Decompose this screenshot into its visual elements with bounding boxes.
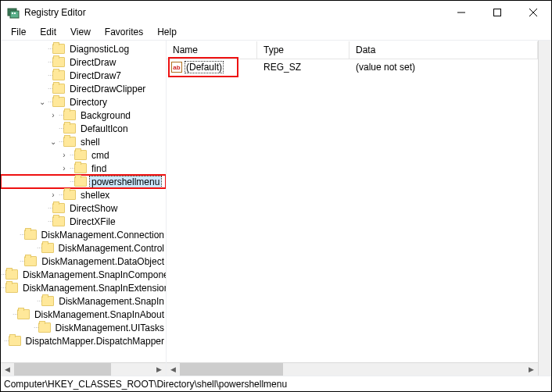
column-name[interactable]: Name	[167, 41, 257, 59]
column-data[interactable]: Data	[349, 41, 538, 59]
scroll-thumb[interactable]	[14, 363, 111, 376]
tree-item[interactable]: ⋯DirectDrawClipper	[1, 82, 166, 95]
tree-item-label: DiskManagement.Control	[57, 243, 166, 254]
tree-horizontal-scrollbar[interactable]: ◀ ▶	[1, 362, 166, 376]
folder-icon	[63, 190, 76, 200]
expand-icon[interactable]: ›	[48, 111, 59, 119]
folder-icon	[63, 110, 76, 120]
folder-icon	[24, 230, 37, 240]
tree-pane: ⋯DiagnosticLog⋯DirectDraw⋯DirectDraw7⋯Di…	[1, 41, 167, 376]
tree-item-label: cmd	[90, 150, 111, 161]
tree-item[interactable]: ⋯DiskManagement.SnapInExtension	[1, 281, 166, 294]
tree-item-label: DiskManagement.SnapIn	[57, 296, 166, 307]
menu-view[interactable]: View	[63, 25, 98, 39]
folder-icon	[74, 150, 87, 160]
tree-item-label: DiskManagement.DataObject	[40, 256, 166, 267]
tree-item-label: DiskManagement.Connection	[40, 230, 166, 241]
list-body[interactable]: ab(Default)REG_SZ(value not set)	[167, 59, 538, 362]
tree-item-label: DiagnosticLog	[68, 44, 131, 55]
list-vertical-scrollbar[interactable]	[538, 41, 551, 376]
folder-icon	[41, 296, 54, 306]
menu-favorites[interactable]: Favorites	[98, 25, 150, 39]
main-panel: ⋯DiagnosticLog⋯DirectDraw⋯DirectDraw7⋯Di…	[1, 40, 551, 376]
folder-icon	[38, 323, 51, 333]
menu-file[interactable]: File	[4, 25, 33, 39]
tree-item[interactable]: ›⋯cmd	[1, 148, 166, 162]
folder-icon	[9, 336, 21, 346]
tree-item[interactable]: ⋯DiskManagement.SnapInAbout	[1, 308, 166, 321]
folder-icon	[63, 137, 76, 147]
tree-item[interactable]: ⋯DirectDraw7	[1, 69, 166, 82]
tree-item[interactable]: ⋯DirectXFile	[1, 215, 166, 228]
tree-item[interactable]: ›⋯shellex	[1, 188, 166, 201]
tree-item[interactable]: ⋯powershellmenu	[1, 175, 166, 188]
tree-item-label: DiskManagement.SnapInComponent	[21, 269, 166, 280]
tree-item[interactable]: ⌄⋯shell	[1, 135, 166, 148]
folder-icon	[24, 256, 37, 266]
tree-item-label: DiskManagement.UITasks	[54, 323, 166, 333]
scroll-left-icon[interactable]: ◀	[1, 363, 14, 376]
column-type[interactable]: Type	[257, 41, 349, 59]
scroll-right-icon[interactable]: ▶	[152, 363, 166, 376]
expand-icon[interactable]: ›	[59, 164, 70, 173]
tree-item[interactable]: ⋯DispatchMapper.DispatchMapper	[1, 334, 166, 347]
tree-item[interactable]: ⋯DiskManagement.Control	[1, 241, 166, 255]
app-icon	[7, 6, 20, 19]
folder-icon	[74, 176, 87, 187]
folder-icon	[52, 97, 65, 107]
tree-item[interactable]: ⋯DirectShow	[1, 201, 166, 215]
string-value-icon: ab	[171, 62, 182, 73]
tree-item[interactable]: ⌄⋯Directory	[1, 95, 166, 109]
svg-rect-5	[494, 9, 501, 16]
maximize-button[interactable]	[479, 1, 515, 24]
tree-item[interactable]: ⋯DiskManagement.Connection	[1, 228, 166, 241]
tree-item-label: Background	[79, 110, 132, 121]
window-title: Registry Editor	[24, 7, 443, 18]
expand-icon[interactable]: ›	[59, 151, 70, 159]
minimize-button[interactable]	[443, 1, 479, 24]
list-horizontal-scrollbar[interactable]: ◀ ▶	[167, 362, 538, 376]
menu-bar: File Edit View Favorites Help	[1, 24, 551, 40]
scroll-thumb[interactable]	[180, 363, 283, 376]
collapse-icon[interactable]: ⌄	[48, 137, 59, 146]
folder-icon	[17, 309, 30, 319]
svg-rect-3	[14, 12, 16, 14]
collapse-icon[interactable]: ⌄	[37, 98, 48, 106]
tree-item[interactable]: ⋯DirectDraw	[1, 55, 166, 69]
tree-item-label: DispatchMapper.DispatchMapper	[24, 336, 166, 347]
expand-icon[interactable]: ›	[48, 191, 59, 199]
registry-tree[interactable]: ⋯DiagnosticLog⋯DirectDraw⋯DirectDraw7⋯Di…	[1, 41, 166, 362]
status-bar: Computer\HKEY_CLASSES_ROOT\Directory\she…	[1, 376, 551, 391]
close-button[interactable]	[515, 1, 551, 24]
tree-item-label: DiskManagement.SnapInExtension	[21, 283, 166, 294]
menu-edit[interactable]: Edit	[33, 25, 63, 39]
value-name: (Default)	[185, 62, 223, 73]
folder-icon	[74, 163, 87, 173]
scroll-left-icon[interactable]: ◀	[167, 363, 180, 376]
status-path: Computer\HKEY_CLASSES_ROOT\Directory\she…	[4, 379, 287, 390]
folder-icon	[52, 44, 65, 54]
svg-rect-2	[12, 12, 13, 14]
tree-item-label: DirectXFile	[68, 216, 117, 227]
scroll-right-icon[interactable]: ▶	[525, 363, 538, 376]
tree-item[interactable]: ⋯DiagnosticLog	[1, 42, 166, 55]
tree-item[interactable]: ⋯DiskManagement.SnapIn	[1, 294, 166, 308]
tree-item-label: shell	[79, 137, 102, 148]
folder-icon	[52, 57, 65, 67]
tree-item[interactable]: ⋯DiskManagement.DataObject	[1, 255, 166, 268]
tree-item[interactable]: ⋯DiskManagement.SnapInComponent	[1, 268, 166, 281]
folder-icon	[52, 70, 65, 80]
tree-item[interactable]: ›⋯find	[1, 162, 166, 175]
tree-item[interactable]: ⋯DefaultIcon	[1, 122, 166, 135]
title-bar: Registry Editor	[1, 1, 551, 24]
tree-item[interactable]: ⋯DiskManagement.UITasks	[1, 321, 166, 334]
tree-item-label: powershellmenu	[90, 176, 161, 187]
tree-item[interactable]: ›⋯Background	[1, 109, 166, 122]
tree-item-label: Directory	[68, 97, 109, 108]
folder-icon	[52, 203, 65, 213]
tree-item-label: DirectDrawClipper	[68, 84, 147, 94]
list-row[interactable]: ab(Default)REG_SZ(value not set)	[167, 59, 538, 75]
list-header: Name Type Data	[167, 41, 538, 59]
folder-icon	[63, 123, 76, 134]
menu-help[interactable]: Help	[150, 25, 184, 39]
